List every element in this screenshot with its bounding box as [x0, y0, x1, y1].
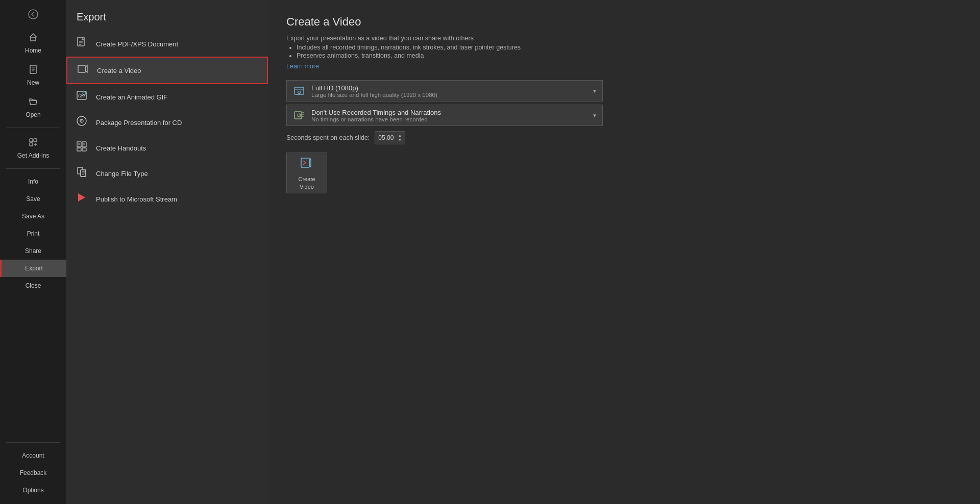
content-description: Export your presentation as a video that… [286, 35, 962, 42]
home-icon [28, 32, 38, 45]
seconds-input[interactable]: 05.00 ▲▼ [375, 131, 405, 144]
sidebar-label-export: Export [25, 265, 43, 272]
export-item-pdf[interactable]: Create PDF/XPS Document [66, 31, 268, 57]
svg-marker-48 [309, 159, 311, 167]
svg-rect-1 [31, 37, 36, 41]
filetype-icon [75, 166, 89, 181]
export-item-handouts[interactable]: Create Handouts [66, 135, 268, 161]
quality-dropdown-content: Full HD (1080p) Large file size and full… [311, 84, 592, 98]
sidebar-label-options: Options [22, 487, 43, 494]
sidebar-item-share[interactable]: Share [0, 242, 66, 260]
quality-dropdown[interactable]: Full HD (1080p) Large file size and full… [286, 80, 603, 102]
sidebar-label-home: Home [25, 47, 41, 54]
seconds-spinner[interactable]: ▲▼ [398, 133, 402, 142]
sidebar-label-info: Info [28, 178, 38, 185]
content-title: Create a Video [286, 15, 962, 29]
sidebar-item-feedback[interactable]: Feedback [0, 464, 66, 482]
seconds-label: Seconds spent on each slide: [286, 134, 370, 141]
sidebar-label-new: New [27, 79, 39, 86]
bullet-1: Includes all recorded timings, narration… [297, 44, 962, 51]
svg-marker-37 [78, 193, 85, 201]
timing-dropdown[interactable]: Don't Use Recorded Timings and Narration… [286, 105, 603, 126]
sidebar-item-home[interactable]: Home [0, 27, 66, 59]
sidebar-divider-1 [6, 128, 60, 128]
timing-line2: No timings or narrations have been recor… [311, 116, 592, 122]
open-icon [28, 96, 38, 109]
sidebar: Home New Open [0, 0, 66, 504]
seconds-value: 05.00 [378, 134, 394, 141]
back-button[interactable] [0, 4, 66, 27]
content-bullets: Includes all recorded timings, narration… [297, 44, 962, 59]
export-item-stream-label: Publish to Microsoft Stream [96, 195, 177, 203]
export-item-filetype-label: Change File Type [96, 170, 148, 178]
svg-rect-29 [77, 148, 81, 151]
sidebar-label-share: Share [25, 247, 41, 255]
sidebar-item-export[interactable]: Export [0, 260, 66, 277]
bullet-2: Preserves animations, transitions, and m… [297, 52, 962, 59]
sidebar-label-save: Save [26, 195, 40, 203]
sidebar-label-save-as: Save As [22, 213, 44, 220]
seconds-row: Seconds spent on each slide: 05.00 ▲▼ [286, 131, 962, 144]
sidebar-item-new[interactable]: New [0, 59, 66, 91]
export-item-package[interactable]: Package Presentation for CD [66, 110, 268, 135]
stream-icon [75, 191, 89, 207]
timing-dropdown-content: Don't Use Recorded Timings and Narration… [311, 109, 592, 122]
create-video-button[interactable]: CreateVideo [286, 153, 327, 193]
svg-rect-30 [82, 148, 86, 151]
export-item-stream[interactable]: Publish to Microsoft Stream [66, 186, 268, 212]
export-panel-title: Export [66, 0, 268, 31]
addins-icon [28, 137, 38, 150]
sidebar-divider-2 [6, 168, 60, 169]
svg-point-0 [29, 10, 38, 19]
content-panel: Create a Video Export your presentation … [268, 0, 980, 504]
timing-dropdown-icon [292, 108, 306, 122]
svg-point-40 [298, 91, 301, 94]
sidebar-label-account: Account [22, 452, 44, 459]
export-menu-panel: Export Create PDF/XPS Document Create a … [66, 0, 268, 504]
export-item-package-label: Package Presentation for CD [96, 119, 182, 127]
svg-rect-6 [30, 139, 33, 142]
quality-line1: Full HD (1080p) [311, 84, 592, 92]
timing-dropdown-arrow: ▼ [592, 113, 597, 118]
export-item-video-label: Create a Video [97, 67, 141, 74]
sidebar-label-open: Open [26, 111, 40, 118]
export-item-video[interactable]: Create a Video [66, 57, 268, 84]
quality-dropdown-row: Full HD (1080p) Large file size and full… [286, 80, 962, 102]
export-item-pdf-label: Create PDF/XPS Document [96, 40, 178, 48]
video-icon [76, 63, 90, 78]
sidebar-item-close[interactable]: Close [0, 277, 66, 294]
sidebar-item-save-as[interactable]: Save As [0, 208, 66, 225]
sidebar-item-print[interactable]: Print [0, 225, 66, 242]
export-item-gif[interactable]: GIF Create an Animated GIF [66, 84, 268, 110]
quality-dropdown-icon [292, 84, 306, 98]
sidebar-item-save[interactable]: Save [0, 190, 66, 208]
svg-rect-8 [30, 143, 33, 146]
quality-line2: Large file size and full high quality (1… [311, 92, 592, 98]
quality-dropdown-arrow: ▼ [592, 88, 597, 94]
handouts-icon [75, 140, 89, 156]
sidebar-label-addins: Get Add-ins [17, 152, 50, 159]
timing-dropdown-row: Don't Use Recorded Timings and Narration… [286, 105, 962, 126]
export-item-gif-label: Create an Animated GIF [96, 93, 167, 101]
sidebar-label-close: Close [26, 282, 41, 289]
sidebar-item-info[interactable]: Info [0, 173, 66, 190]
svg-rect-15 [78, 65, 85, 72]
sidebar-item-addins[interactable]: Get Add-ins [0, 132, 66, 164]
export-item-handouts-label: Create Handouts [96, 144, 146, 152]
svg-rect-7 [34, 139, 37, 142]
sidebar-label-feedback: Feedback [20, 469, 47, 476]
sidebar-item-options[interactable]: Options [0, 482, 66, 499]
sidebar-item-open[interactable]: Open [0, 91, 66, 123]
quality-dropdown-inner: Full HD (1080p) Large file size and full… [292, 84, 592, 98]
sidebar-divider-bottom [6, 442, 60, 443]
create-video-button-label: CreateVideo [298, 175, 315, 190]
export-item-filetype[interactable]: Change File Type [66, 161, 268, 186]
svg-point-22 [81, 120, 82, 121]
create-video-button-icon [300, 156, 314, 172]
learn-more-link[interactable]: Learn more [286, 63, 319, 70]
svg-line-46 [299, 114, 300, 115]
pdf-icon [75, 36, 89, 52]
sidebar-item-account[interactable]: Account [0, 447, 66, 464]
svg-rect-32 [81, 170, 86, 177]
timing-dropdown-inner: Don't Use Recorded Timings and Narration… [292, 108, 592, 122]
